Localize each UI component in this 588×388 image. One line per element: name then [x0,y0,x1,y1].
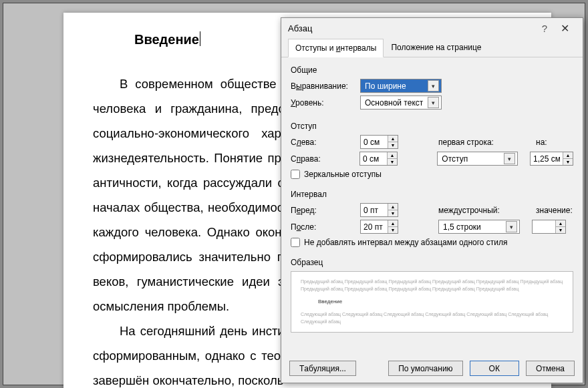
close-icon[interactable]: ✕ [554,21,576,36]
section-title-sample: Образец [291,258,573,267]
chevron-down-icon[interactable]: ▾ [504,153,515,164]
line-spacing-value: 1,5 строки [443,222,481,232]
dialog-tabs: Отступы и интервалы Положение на страниц… [281,38,583,57]
align-label: Выравнивание: [291,81,356,91]
spin-up-icon[interactable]: ▲ [387,152,397,159]
spacing-after-input[interactable] [361,220,388,233]
section-general: Общие Выравнивание: По ширине ▾ Уровень:… [281,57,583,114]
spin-down-icon[interactable]: ▼ [388,210,398,216]
indent-left-label: Слева: [291,138,356,147]
section-sample: Образец [281,250,583,267]
spacing-after-spinner[interactable]: ▲▼ [360,220,398,234]
no-space-same-style-label: Не добавлять интервал между абзацами одн… [304,238,508,247]
spin-down-icon[interactable]: ▼ [388,142,398,148]
spacing-before-input[interactable] [361,204,388,216]
help-icon[interactable]: ? [535,20,554,37]
no-space-same-style-input[interactable] [291,238,300,247]
sample-focus-text: Введение [318,298,563,306]
dialog-titlebar[interactable]: Абзац ? ✕ [281,18,583,38]
indent-right-spinner[interactable]: ▲▼ [359,152,398,166]
indent-right-label: Справа: [291,154,355,164]
section-spacing: Интервал Перед: ▲▼ междустрочный: значен… [281,182,583,250]
indent-by-label: на: [536,138,547,147]
mirror-indents-checkbox[interactable]: Зеркальные отступы [291,170,573,179]
spacing-before-label: Перед: [291,206,356,215]
sample-preview: Предыдущий абзац Предыдущий абзац Предыд… [291,271,573,333]
default-button[interactable]: По умолчанию [388,361,462,376]
spin-up-icon[interactable]: ▲ [555,220,565,227]
section-title-general: Общие [291,65,573,75]
dialog-title: Абзац [288,23,535,33]
spin-up-icon[interactable]: ▲ [388,220,398,227]
first-line-value: Отступ [442,154,468,164]
line-spacing-select[interactable]: 1,5 строки ▾ [438,220,520,234]
spin-down-icon[interactable]: ▼ [387,159,397,165]
chevron-down-icon[interactable]: ▾ [428,97,439,108]
chevron-down-icon[interactable]: ▾ [506,221,517,232]
doc-heading-text: Введение [134,32,199,47]
mirror-indents-label: Зеркальные отступы [304,170,382,179]
tabs-button[interactable]: Табуляция... [289,361,356,376]
mirror-indents-input[interactable] [291,170,300,179]
sample-next-text: Следующий абзац Следующий абзац Следующи… [301,311,563,325]
indent-by-spinner[interactable]: ▲▼ [530,152,573,166]
spin-up-icon[interactable]: ▲ [563,152,573,159]
spacing-after-label: После: [291,222,356,232]
text-cursor [200,31,200,46]
ok-button[interactable]: ОК [470,361,519,376]
first-line-select[interactable]: Отступ ▾ [437,152,518,166]
first-line-label: первая строка: [438,138,512,147]
spacing-before-spinner[interactable]: ▲▼ [360,203,398,217]
spin-down-icon[interactable]: ▼ [388,227,398,233]
level-select[interactable]: Основной текст ▾ [360,95,442,110]
spacing-at-label: значение: [536,206,573,215]
indent-right-input[interactable] [360,152,387,165]
align-value: По ширине [365,81,406,91]
spin-up-icon[interactable]: ▲ [388,204,398,210]
level-value: Основной текст [365,98,423,108]
indent-left-spinner[interactable]: ▲▼ [360,135,398,149]
chevron-down-icon[interactable]: ▾ [428,80,439,91]
dialog-button-bar: Табуляция... По умолчанию ОК Отмена [281,361,583,376]
indent-left-input[interactable] [361,136,388,148]
paragraph-dialog: Абзац ? ✕ Отступы и интервалы Положение … [281,17,583,383]
tab-indents[interactable]: Отступы и интервалы [288,39,384,57]
section-title-indent: Отступ [291,122,573,131]
spacing-at-spinner[interactable]: ▲▼ [532,220,566,234]
sample-prev-text: Предыдущий абзац Предыдущий абзац Предыд… [301,278,563,293]
spacing-at-input[interactable] [533,220,555,233]
spin-up-icon[interactable]: ▲ [388,136,398,142]
level-label: Уровень: [291,98,356,108]
section-title-spacing: Интервал [291,190,573,199]
indent-by-input[interactable] [531,152,563,165]
line-spacing-label: междустрочный: [438,206,512,215]
cancel-button[interactable]: Отмена [526,361,575,376]
spin-down-icon[interactable]: ▼ [555,227,565,233]
no-space-same-style-checkbox[interactable]: Не добавлять интервал между абзацами одн… [291,238,573,247]
tab-position[interactable]: Положение на странице [384,38,488,57]
align-select[interactable]: По ширине ▾ [360,79,442,93]
spin-down-icon[interactable]: ▼ [563,159,573,165]
section-indent: Отступ Слева: ▲▼ первая строка: на: Спра… [281,114,583,182]
